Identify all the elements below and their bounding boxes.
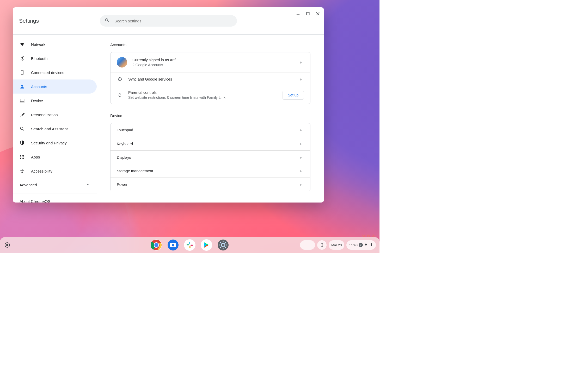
shelf-pinned-apps [151, 239, 229, 251]
person-icon [20, 84, 25, 89]
notification-badge: 2 [359, 243, 363, 247]
chevron-right-icon [300, 128, 304, 132]
sidebar-item-personalization[interactable]: Personalization [13, 108, 97, 122]
sidebar-item-label: Accessibility [31, 169, 52, 173]
account-avatar [117, 57, 127, 68]
chevron-right-icon [300, 142, 304, 146]
row-parental-controls: Parental controls Set website restrictio… [111, 86, 310, 104]
svg-point-12 [22, 158, 22, 159]
device-card: Touchpad Keyboard Displays Storage manag… [110, 123, 310, 191]
sidebar-item-search-assistant[interactable]: Search and Assistant [13, 122, 97, 136]
sidebar-item-label: Search and Assistant [31, 127, 68, 131]
laptop-icon [20, 98, 25, 103]
svg-rect-24 [187, 244, 189, 245]
sidebar-item-accounts[interactable]: Accounts [13, 79, 97, 94]
svg-point-8 [20, 156, 21, 157]
sidebar-item-device[interactable]: Device [13, 94, 97, 108]
sidebar-item-label: Network [31, 42, 45, 47]
slack-app-icon[interactable] [184, 239, 195, 251]
sidebar-item-label: Apps [31, 155, 40, 159]
row-primary-text: Keyboard [117, 142, 295, 146]
svg-rect-1 [21, 70, 23, 75]
row-storage-management[interactable]: Storage management [111, 164, 310, 177]
svg-rect-31 [371, 243, 371, 243]
search-icon [105, 18, 110, 24]
chevron-down-icon [86, 182, 90, 187]
section-title-device: Device [110, 113, 310, 118]
section-title-accounts: Accounts [110, 42, 310, 47]
family-link-icon [117, 92, 123, 98]
calendar-tray-button[interactable]: Mar 23 [329, 240, 344, 250]
window-controls [294, 10, 321, 17]
svg-rect-30 [371, 243, 372, 246]
svg-point-22 [172, 244, 174, 247]
search-icon [20, 126, 25, 131]
sidebar-item-label: Connected devices [31, 70, 64, 75]
svg-rect-3 [20, 99, 24, 102]
shelf-date: Mar 23 [331, 243, 342, 247]
svg-rect-23 [189, 242, 190, 244]
files-app-icon[interactable] [167, 239, 179, 251]
play-store-app-icon[interactable] [201, 239, 212, 251]
sidebar-item-security[interactable]: Security and Privacy [13, 136, 97, 150]
row-power[interactable]: Power [111, 177, 310, 191]
battery-status-icon [369, 242, 373, 248]
sidebar-item-label: Personalization [31, 113, 58, 117]
chevron-right-icon [300, 60, 304, 64]
search-field[interactable] [100, 15, 237, 27]
sidebar-item-apps[interactable]: Apps [13, 150, 97, 164]
close-button[interactable] [314, 10, 321, 17]
chevron-right-icon [300, 155, 304, 160]
sidebar-item-label: Bluetooth [31, 56, 47, 61]
shelf: Mar 23 11:48 2 [0, 237, 379, 253]
row-current-account[interactable]: Currently signed in as Arif 2 Google Acc… [111, 52, 310, 72]
settings-app-icon[interactable] [217, 239, 229, 251]
svg-rect-26 [191, 245, 193, 246]
sync-icon [117, 76, 123, 82]
row-secondary-text: Set website restrictions & screen time l… [128, 95, 277, 100]
sidebar-item-label: Device [31, 99, 43, 103]
wifi-status-icon [364, 242, 368, 248]
window-titlebar: Settings [13, 7, 324, 35]
svg-point-14 [22, 169, 22, 170]
svg-point-2 [21, 85, 23, 87]
sidebar-item-network[interactable]: Network [13, 37, 97, 51]
row-sync-services[interactable]: Sync and Google services [111, 72, 310, 86]
sidebar-item-accessibility[interactable]: Accessibility [13, 164, 97, 178]
parental-setup-button[interactable]: Set up [283, 91, 304, 100]
row-primary-text: Parental controls [128, 90, 277, 95]
row-touchpad[interactable]: Touchpad [111, 123, 310, 137]
row-primary-text: Sync and Google services [128, 77, 295, 81]
minimize-button[interactable] [294, 10, 302, 17]
row-secondary-text: 2 Google Accounts [132, 63, 295, 67]
chevron-right-icon [300, 182, 304, 187]
sidebar-item-connected-devices[interactable]: Connected devices [13, 65, 97, 79]
launcher-button[interactable] [5, 242, 10, 248]
row-keyboard[interactable]: Keyboard [111, 137, 310, 150]
row-primary-text: Currently signed in as Arif [132, 58, 295, 62]
settings-window: Settings Network [13, 7, 324, 203]
sidebar-about-chromeos[interactable]: About ChromeOS [13, 195, 97, 203]
search-input[interactable] [114, 19, 232, 23]
row-primary-text: Touchpad [117, 128, 295, 132]
bluetooth-icon [20, 56, 25, 61]
status-tray-button[interactable]: 11:48 2 [346, 240, 376, 250]
shelf-time: 11:48 [349, 243, 358, 247]
svg-point-11 [20, 158, 21, 159]
wifi-icon [20, 42, 25, 47]
shield-icon [20, 140, 25, 145]
chevron-right-icon [300, 77, 304, 81]
row-primary-text: Power [117, 182, 295, 187]
svg-point-10 [23, 156, 24, 157]
row-displays[interactable]: Displays [111, 150, 310, 164]
sidebar-advanced-toggle[interactable]: Advanced [13, 178, 97, 192]
phone-hub-button[interactable] [317, 240, 327, 250]
maximize-button[interactable] [304, 10, 311, 17]
sidebar: Network Bluetooth Connected devices Acco… [13, 35, 97, 203]
svg-point-6 [22, 155, 22, 156]
sidebar-item-bluetooth[interactable]: Bluetooth [13, 51, 97, 65]
advanced-label: Advanced [20, 183, 37, 187]
chrome-app-icon[interactable] [151, 239, 162, 251]
svg-point-4 [20, 127, 23, 130]
tote-tray-button[interactable] [300, 240, 315, 250]
